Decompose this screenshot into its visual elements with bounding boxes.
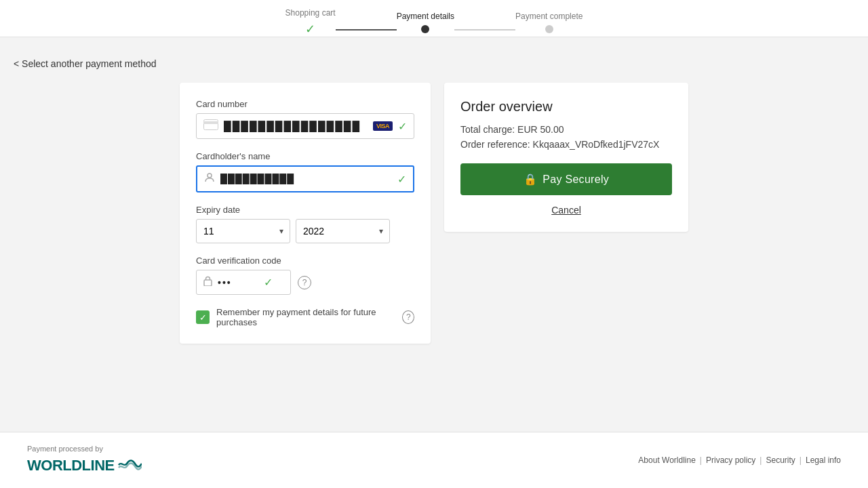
card-number-label: Card number bbox=[196, 99, 414, 109]
step-dot-payment-details bbox=[421, 25, 429, 33]
footer-link-about[interactable]: About Worldline bbox=[638, 455, 696, 465]
footer-link-legal[interactable]: Legal info bbox=[806, 455, 841, 465]
remember-checkmark: ✓ bbox=[199, 312, 207, 323]
footer-left: Payment processed by WORLDLINE bbox=[27, 445, 142, 476]
footer-sep-2: | bbox=[760, 455, 762, 465]
footer-sep-1: | bbox=[700, 455, 702, 465]
svg-point-2 bbox=[208, 174, 212, 178]
remember-row: ✓ Remember my payment details for future… bbox=[196, 307, 414, 327]
svg-rect-0 bbox=[204, 120, 218, 130]
expiry-month-wrapper: 010203 040506 070809 101112 bbox=[196, 219, 290, 243]
worldline-wave-icon bbox=[117, 455, 142, 476]
expiry-date-field-group: Expiry date 010203 040506 070809 101112 … bbox=[196, 205, 414, 243]
pay-button-label: Pay Securely bbox=[542, 174, 609, 186]
cvv-check-icon: ✓ bbox=[264, 276, 273, 289]
cvv-lock-icon bbox=[203, 276, 212, 289]
footer: Payment processed by WORLDLINE About Wor… bbox=[0, 432, 868, 488]
footer-sep-3: | bbox=[800, 455, 802, 465]
remember-help-mark: ? bbox=[406, 312, 411, 322]
footer-links: About Worldline | Privacy policy | Secur… bbox=[638, 455, 841, 465]
progress-line-2 bbox=[454, 29, 515, 30]
order-title: Order overview bbox=[460, 99, 672, 115]
cardholder-name-input[interactable] bbox=[220, 174, 392, 184]
step-label-payment-complete: Payment complete bbox=[515, 12, 583, 21]
progress-step-payment-complete: Payment complete bbox=[515, 12, 583, 33]
order-reference-value: Kkqaaax_VRoDfked1jFV27cX bbox=[533, 139, 660, 150]
expiry-year-wrapper: 20202021 20222023 202420252026 bbox=[296, 219, 390, 243]
cvv-label: Card verification code bbox=[196, 256, 414, 266]
expiry-month-select[interactable]: 010203 040506 070809 101112 bbox=[196, 219, 290, 243]
help-question-mark: ? bbox=[302, 278, 307, 287]
order-reference-row: Order reference: Kkqaaax_VRoDfked1jFV27c… bbox=[460, 139, 672, 150]
card-form-panel: Card number VISA ✓ bbox=[180, 83, 431, 344]
cvv-field-group: Card verification code ✓ ? bbox=[196, 256, 414, 295]
progress-steps: Shopping cart ✓ Payment details Payment … bbox=[0, 8, 868, 37]
cardholder-name-field-group: Cardholder's name ✓ bbox=[196, 151, 414, 192]
card-number-input[interactable] bbox=[224, 121, 368, 132]
cardholder-name-label: Cardholder's name bbox=[196, 151, 414, 161]
card-number-field-group: Card number VISA ✓ bbox=[196, 99, 414, 139]
svg-rect-3 bbox=[204, 280, 212, 286]
remember-label: Remember my payment details for future p… bbox=[216, 307, 391, 327]
pay-button-lock-icon: 🔒 bbox=[524, 173, 537, 186]
order-panel: Order overview Total charge: EUR 50.00 O… bbox=[444, 83, 688, 232]
order-total-value: EUR 50.00 bbox=[517, 124, 564, 135]
cvv-input-wrapper: ✓ bbox=[196, 270, 291, 295]
pay-securely-button[interactable]: 🔒 Pay Securely bbox=[460, 163, 672, 195]
remember-help-icon[interactable]: ? bbox=[402, 310, 414, 324]
cancel-link[interactable]: Cancel bbox=[460, 205, 672, 216]
order-total-label: Total charge: bbox=[460, 124, 515, 135]
cvv-help-icon[interactable]: ? bbox=[298, 276, 311, 289]
order-reference-label: Order reference: bbox=[460, 139, 530, 150]
step-check-icon: ✓ bbox=[305, 22, 315, 37]
expiry-year-select[interactable]: 20202021 20222023 202420252026 bbox=[296, 219, 390, 243]
card-icon bbox=[203, 119, 218, 133]
cvv-row: ✓ ? bbox=[196, 270, 414, 295]
svg-rect-1 bbox=[203, 121, 218, 124]
person-icon bbox=[204, 172, 215, 186]
expiry-date-label: Expiry date bbox=[196, 205, 414, 215]
progress-step-shopping-cart: Shopping cart ✓ bbox=[285, 8, 336, 37]
cardholder-check-icon: ✓ bbox=[397, 173, 406, 186]
footer-link-privacy[interactable]: Privacy policy bbox=[706, 455, 755, 465]
card-number-input-wrapper: VISA ✓ bbox=[196, 113, 414, 139]
footer-link-security[interactable]: Security bbox=[766, 455, 795, 465]
cvv-input[interactable] bbox=[218, 277, 258, 288]
remember-checkbox[interactable]: ✓ bbox=[196, 310, 210, 324]
expiry-row: 010203 040506 070809 101112 20202021 202… bbox=[196, 219, 414, 243]
step-label-payment-details: Payment details bbox=[397, 12, 454, 21]
worldline-text: WORLDLINE bbox=[27, 457, 115, 474]
progress-line-1 bbox=[336, 29, 397, 30]
progress-bar-area: Shopping cart ✓ Payment details Payment … bbox=[0, 0, 868, 37]
back-link[interactable]: < Select another payment method bbox=[14, 58, 157, 69]
step-dot-payment-complete bbox=[545, 25, 553, 33]
order-total-row: Total charge: EUR 50.00 bbox=[460, 124, 672, 135]
footer-logo: WORLDLINE bbox=[27, 455, 142, 476]
main-content: < Select another payment method Card num… bbox=[0, 37, 868, 432]
content-row: Card number VISA ✓ bbox=[14, 83, 854, 344]
footer-processed-by: Payment processed by bbox=[27, 445, 142, 453]
cardholder-name-input-wrapper: ✓ bbox=[196, 165, 414, 192]
step-label-shopping-cart: Shopping cart bbox=[285, 8, 336, 18]
visa-badge: VISA bbox=[373, 121, 393, 131]
progress-step-payment-details: Payment details bbox=[397, 12, 454, 33]
card-number-check-icon: ✓ bbox=[398, 120, 407, 133]
